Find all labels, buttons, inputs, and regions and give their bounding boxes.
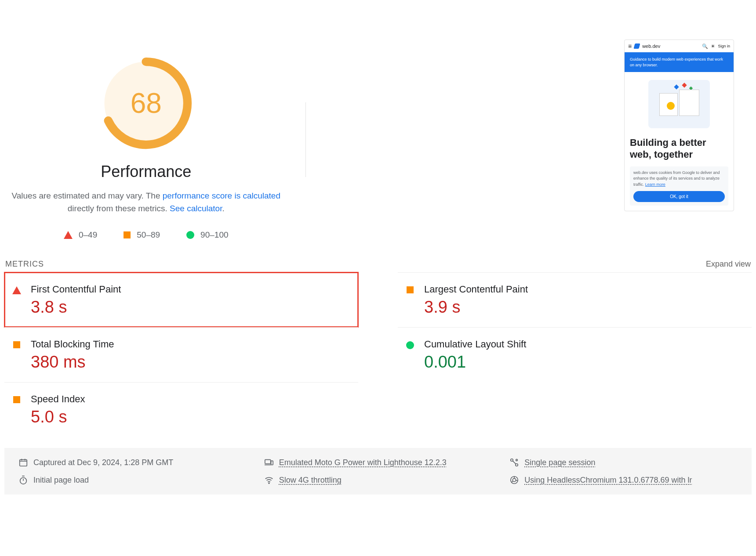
footer-throttling-link[interactable]: Slow 4G throttling	[279, 476, 342, 485]
square-orange-icon	[406, 286, 414, 293]
circle-green-icon	[186, 231, 194, 239]
network-icon	[264, 475, 274, 485]
performance-title: Performance	[101, 162, 191, 181]
score-gauge: 68	[100, 57, 192, 149]
theme-icon: ☀	[711, 43, 715, 49]
legend-red: 0–49	[64, 230, 97, 240]
circle-green-icon	[406, 341, 414, 349]
metrics-section-label: METRICS	[5, 260, 44, 269]
webdev-logo-icon	[634, 43, 640, 49]
thumb-cookie-notice: web.dev uses cookies from Google to deli…	[630, 166, 728, 206]
metric-si[interactable]: Speed Index 5.0 s	[4, 382, 358, 437]
metric-lcp[interactable]: Largest Contentful Paint 3.9 s	[398, 272, 752, 327]
thumb-site-name: web.dev	[642, 43, 660, 49]
thumb-learn-more: Learn more	[645, 182, 665, 187]
metric-value: 380 ms	[31, 353, 114, 372]
devices-icon	[264, 458, 274, 467]
footer-session-link[interactable]: Single page session	[524, 458, 595, 467]
stopwatch-icon	[18, 475, 28, 485]
vertical-divider	[305, 102, 306, 177]
metric-cls[interactable]: Cumulative Layout Shift 0.001	[398, 327, 752, 382]
square-orange-icon	[12, 341, 21, 348]
metric-name: Speed Index	[31, 394, 85, 405]
square-orange-icon	[124, 231, 131, 238]
footer-emulated: Emulated Moto G Power with Lighthouse 12…	[264, 458, 492, 467]
thumb-headline: Building a better web, together	[630, 137, 728, 160]
metric-value: 5.0 s	[31, 408, 85, 426]
score-value: 68	[100, 57, 192, 149]
page-screenshot-thumbnail: ≡ web.dev 🔍 ☀ Sign in Guidance to build …	[624, 40, 734, 211]
svg-point-9	[269, 483, 269, 484]
footer-session: Single page session	[509, 458, 738, 467]
metric-name: Largest Contentful Paint	[424, 284, 528, 295]
footer-initial: Initial page load	[18, 475, 247, 485]
triangle-red-icon	[64, 231, 73, 239]
metric-value: 3.9 s	[424, 298, 528, 317]
metric-name: Cumulative Layout Shift	[424, 339, 526, 350]
score-legend: 0–49 50–89 90–100	[64, 230, 229, 240]
menu-icon: ≡	[628, 43, 632, 50]
calendar-icon	[18, 458, 28, 467]
legend-orange: 50–89	[124, 230, 160, 240]
svg-point-7	[516, 459, 518, 461]
metric-name: Total Blocking Time	[31, 339, 114, 350]
metric-tbt[interactable]: Total Blocking Time 380 ms	[4, 327, 358, 382]
expand-view-toggle[interactable]: Expand view	[706, 260, 751, 269]
chrome-icon	[509, 475, 519, 485]
performance-score-section: 68 Performance Values are estimated and …	[4, 40, 288, 240]
footer-browser-link[interactable]: Using HeadlessChromium 131.0.6778.69 wit…	[524, 476, 692, 485]
svg-rect-4	[271, 461, 273, 465]
search-icon: 🔍	[702, 43, 708, 49]
footer-browser: Using HeadlessChromium 131.0.6778.69 wit…	[509, 475, 738, 485]
legend-green: 90–100	[186, 230, 228, 240]
nodes-icon	[509, 458, 519, 467]
thumb-banner: Guidance to build modern web experiences…	[625, 52, 734, 72]
svg-rect-3	[265, 460, 270, 464]
svg-rect-2	[20, 460, 27, 466]
runtime-footer: Captured at Dec 9, 2024, 1:28 PM GMT Emu…	[4, 448, 752, 495]
square-orange-icon	[12, 396, 21, 403]
metrics-grid: First Contentful Paint 3.8 s Largest Con…	[4, 272, 752, 437]
metric-name: First Contentful Paint	[31, 284, 121, 295]
metric-value: 3.8 s	[31, 298, 121, 317]
score-calc-link[interactable]: performance score is calculated	[163, 191, 280, 200]
metric-fcp[interactable]: First Contentful Paint 3.8 s	[4, 272, 358, 327]
triangle-red-icon	[12, 286, 21, 294]
footer-throttling: Slow 4G throttling	[264, 475, 492, 485]
footer-captured: Captured at Dec 9, 2024, 1:28 PM GMT	[18, 458, 247, 467]
thumb-illustration	[648, 80, 710, 128]
footer-emulated-link[interactable]: Emulated Moto G Power with Lighthouse 12…	[279, 458, 447, 467]
metric-value: 0.001	[424, 353, 526, 372]
disclaimer-text: Values are estimated and may vary. The p…	[4, 190, 288, 215]
thumb-cookie-btn: OK, got it	[633, 191, 725, 202]
thumb-signin: Sign in	[718, 44, 730, 48]
see-calculator-link[interactable]: See calculator	[170, 204, 222, 213]
